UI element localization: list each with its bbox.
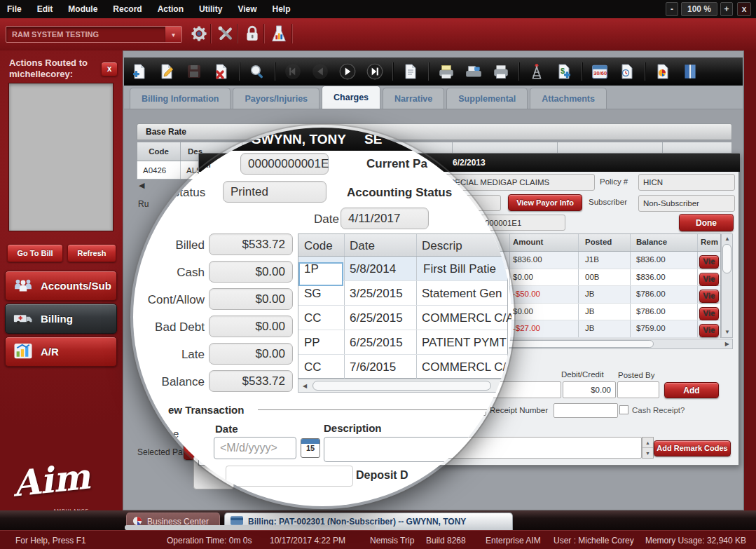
debit-credit-field[interactable]: $0.00 <box>563 381 616 398</box>
last-record-icon[interactable] <box>365 62 385 81</box>
table-row[interactable]: PP 6/25/2015 PATIENT PYMT <box>298 330 507 355</box>
table-row[interactable]: $836.00 J1B $836.00 Vie <box>492 252 720 269</box>
printer-icon[interactable] <box>491 62 511 81</box>
zoom-in-button[interactable]: + <box>720 2 733 16</box>
current-payor-label: Current Pa <box>366 157 427 171</box>
cont-allow-label: Cont/Allow <box>133 293 205 307</box>
close-icon[interactable]: x <box>737 2 751 16</box>
next-record-icon[interactable] <box>338 62 357 81</box>
service-date: 6/2/2013 <box>453 158 486 168</box>
menu-record[interactable]: Record <box>113 4 142 14</box>
menu-view[interactable]: View <box>238 4 256 14</box>
tab-payors-injuries[interactable]: Payors/Injuries <box>233 88 319 109</box>
menu-bar: File Edit Module Record Action Utility V… <box>0 0 756 18</box>
menu-help[interactable]: Help <box>273 4 291 14</box>
scroll-left-icon[interactable]: ◀ <box>139 181 144 190</box>
horizontal-scrollbar[interactable]: ◀ <box>298 379 508 393</box>
view-remark-button[interactable]: Vie <box>699 255 719 269</box>
table-row[interactable]: $0.00 00B $836.00 Vie <box>492 269 720 287</box>
ar-number-field[interactable]: 00000000001E <box>240 153 329 175</box>
document-icon[interactable] <box>401 62 420 81</box>
sidebar-item-label: Billing <box>41 313 73 325</box>
ledger-icon[interactable] <box>680 62 700 81</box>
field[interactable] <box>226 466 353 487</box>
gear-icon[interactable] <box>186 21 212 46</box>
subscriber-field[interactable]: Non-Subscriber <box>638 195 735 212</box>
done-button[interactable]: Done <box>679 214 734 231</box>
spinner-control[interactable]: ▲▼ <box>642 437 654 459</box>
grid-header: Amount Posted Balance Rem <box>492 234 720 252</box>
status-edition: Enterprise AIM <box>486 536 541 545</box>
fax-icon[interactable] <box>464 62 483 81</box>
view-remark-button[interactable]: Vie <box>699 273 719 286</box>
tab-supplemental[interactable]: Supplemental <box>446 88 528 109</box>
lock-icon[interactable] <box>240 21 265 46</box>
receipt-number-field[interactable] <box>554 403 618 418</box>
tab-attachments[interactable]: Attachments <box>530 88 607 109</box>
new-transaction-date-field[interactable]: <M/d/yyyy> <box>214 437 296 459</box>
add-remark-codes-button[interactable]: Add Remark Codes <box>654 440 731 456</box>
posted-by-field[interactable] <box>617 381 659 398</box>
table-row[interactable]: -$50.00 JB $786.00 Vie <box>492 286 720 304</box>
tab-billing-information[interactable]: Billing Information <box>130 88 231 109</box>
new-record-icon[interactable] <box>130 62 149 81</box>
table-row[interactable]: CC 7/6/2015 COMMERCL C/ <box>298 355 507 379</box>
menu-utility[interactable]: Utility <box>199 4 222 14</box>
menu-action[interactable]: Action <box>158 4 184 14</box>
table-row[interactable]: CC 6/25/2015 COMMERCL C/A <box>298 306 507 330</box>
receipt-number-label: Receipt Number <box>490 406 548 414</box>
system-select[interactable]: RAM SYSTEM TESTING ▾ <box>6 26 182 43</box>
aging-calendar-icon[interactable]: 30/60 <box>590 62 610 81</box>
system-select-value: RAM SYSTEM TESTING <box>6 30 165 39</box>
ambulance-icon <box>13 307 34 331</box>
table-row[interactable]: 1P 5/8/2014 First Bill Patie <box>298 257 507 281</box>
add-button[interactable]: Add <box>664 382 719 398</box>
view-payor-info-button[interactable]: View Payor Info <box>508 194 582 211</box>
status-nemsis: Nemsis Trip <box>370 536 414 545</box>
policy-field[interactable]: HICN <box>638 174 735 191</box>
menu-module[interactable]: Module <box>68 4 97 14</box>
sidebar-item-billing[interactable]: Billing <box>5 304 117 334</box>
go-to-bill-button[interactable]: Go To Bill <box>7 244 63 262</box>
transaction-history-table: Code Date Descrip 1P 5/8/2014 First Bill… <box>298 233 508 379</box>
add-charge-icon[interactable]: $ <box>554 62 574 81</box>
menu-file[interactable]: File <box>7 4 22 14</box>
antenna-icon[interactable] <box>527 62 547 81</box>
chart-icon[interactable] <box>266 21 291 46</box>
date-label: Date <box>314 212 339 226</box>
date-field[interactable]: 4/11/2017 <box>341 208 429 229</box>
sidebar-item-accounts-sub[interactable]: Accounts/Sub <box>5 271 117 301</box>
sidebar-item-ar[interactable]: A/R <box>5 337 117 367</box>
delete-record-icon[interactable] <box>212 62 231 81</box>
receipt-printer-icon[interactable] <box>437 62 456 81</box>
view-remark-button[interactable]: Vie <box>699 324 719 337</box>
window-horizontal-scrollbar[interactable] <box>125 525 376 530</box>
status-operation-time: Operation Time: 0m 0s <box>167 536 252 545</box>
search-icon[interactable] <box>247 62 267 81</box>
table-row[interactable]: -$27.00 JB $759.00 Vie <box>492 320 720 338</box>
table-row[interactable]: SG 3/25/2015 Statement Gen <box>298 281 507 306</box>
close-icon[interactable]: x <box>101 62 118 76</box>
tools-icon[interactable] <box>213 21 238 46</box>
refresh-button[interactable]: Refresh <box>67 244 116 262</box>
tab-narrative[interactable]: Narrative <box>383 88 444 109</box>
report-icon[interactable] <box>653 62 673 81</box>
sidebar-item-label: Accounts/Sub <box>41 280 111 292</box>
status-field[interactable]: Printed <box>223 181 327 203</box>
menu-edit[interactable]: Edit <box>37 4 53 14</box>
tab-charges[interactable]: Charges <box>322 86 380 109</box>
zoom-out-button[interactable]: - <box>666 2 678 16</box>
horizontal-scrollbar[interactable]: ◀ ▶ <box>491 339 733 349</box>
view-remark-button[interactable]: Vie <box>699 290 719 303</box>
schedule-icon[interactable] <box>617 62 637 81</box>
edit-record-icon[interactable] <box>157 62 177 81</box>
vertical-scrollbar[interactable]: ▲ ▼ <box>721 233 733 338</box>
debit-credit-label: Debit/Credit <box>561 370 604 379</box>
chevron-down-icon[interactable]: ▾ <box>165 27 181 42</box>
billed-field: $533.72 <box>209 233 293 255</box>
actions-list[interactable] <box>8 83 114 231</box>
table-row[interactable]: $0.00 JB $786.00 Vie <box>492 304 720 321</box>
view-remark-button[interactable]: Vie <box>699 307 719 320</box>
calendar-icon[interactable]: 15 <box>301 438 320 458</box>
cash-receipt-checkbox[interactable] <box>619 405 628 414</box>
